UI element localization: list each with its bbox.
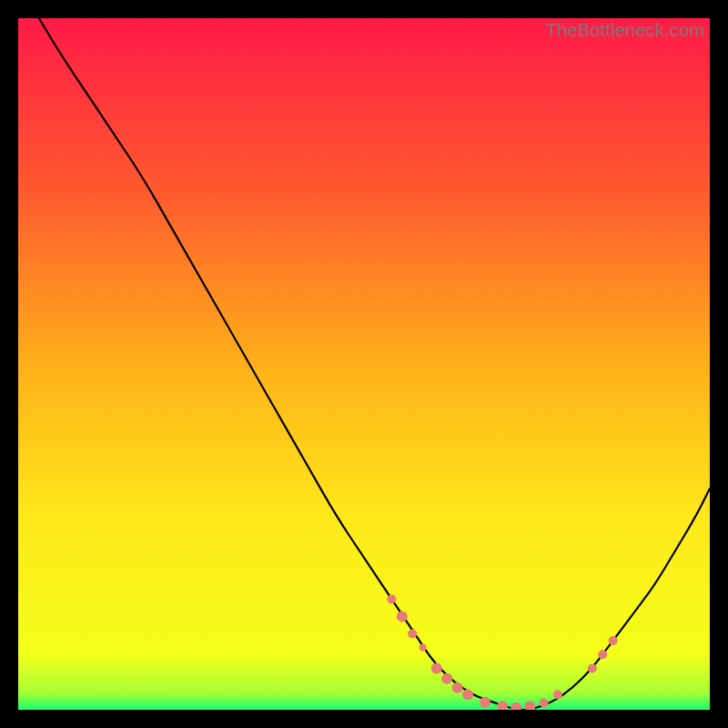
curve-dot bbox=[408, 629, 417, 638]
curve-dot bbox=[452, 682, 463, 693]
curve-dot bbox=[598, 650, 607, 659]
curve-dot bbox=[441, 673, 452, 684]
curve-dot bbox=[387, 594, 396, 603]
curve-dot bbox=[609, 636, 618, 645]
chart-svg bbox=[18, 18, 710, 710]
curve-dot bbox=[431, 662, 442, 673]
curve-dot bbox=[397, 611, 408, 622]
curve-dot bbox=[462, 689, 473, 700]
curve-dot bbox=[588, 663, 597, 672]
curve-dot bbox=[540, 698, 549, 707]
chart-frame: TheBottleneck.com bbox=[18, 18, 710, 710]
chart-background bbox=[18, 18, 710, 710]
curve-dot bbox=[553, 690, 562, 699]
curve-dot bbox=[480, 697, 490, 708]
curve-dot bbox=[420, 644, 427, 652]
watermark-text: TheBottleneck.com bbox=[545, 20, 704, 41]
